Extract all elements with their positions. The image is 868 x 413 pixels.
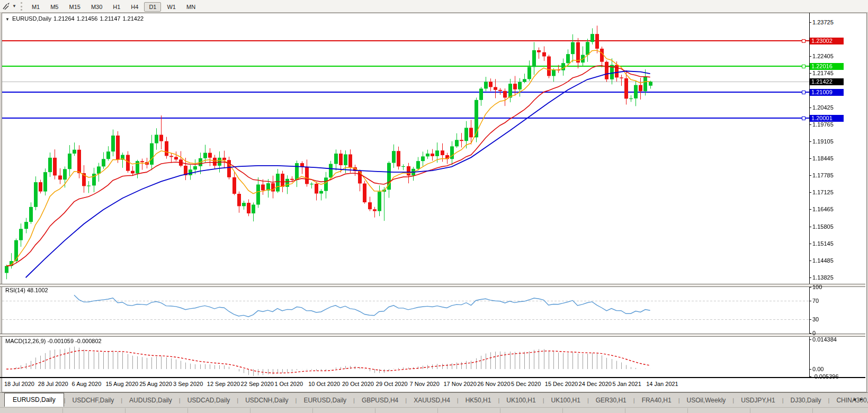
strip-tick: [125, 408, 126, 413]
price-level-badge: 1.21422: [810, 78, 844, 85]
strip-tick: [812, 408, 813, 413]
price-tick-label: 1.15145: [812, 240, 834, 247]
axis-tick-mark: [809, 301, 811, 301]
axis-tick-mark: [809, 175, 811, 176]
macd-label: MACD(12,26,9) -0.001059 -0.000802: [5, 338, 102, 344]
timeframe-toolbar: ▼ M1M5M15M30H1H4D1W1MN: [0, 0, 868, 13]
strip-tick: [187, 408, 188, 413]
axis-tick-mark: [809, 319, 811, 320]
timeframe-button-mn[interactable]: MN: [182, 2, 200, 12]
axis-tick-mark: [809, 261, 811, 261]
scroll-right-icon[interactable]: ▸: [858, 395, 865, 403]
axis-tick-mark: [809, 141, 811, 142]
date-tick-label: 15 Aug 2020: [105, 381, 138, 387]
macd-tick-label: 0.014384: [812, 336, 837, 343]
chart-tab-audusd-daily[interactable]: AUDUSD,Daily: [122, 394, 179, 407]
price-tick-label: 1.13825: [812, 274, 834, 281]
symbol-period-label: EURUSD,Daily: [12, 15, 51, 22]
rsi-label: RSI(14) 48.1002: [5, 287, 48, 293]
date-tick-label: 1 Oct 2020: [274, 381, 303, 387]
tab-scroll-arrows: ◂▸: [851, 396, 865, 402]
strip-tick: [750, 408, 750, 413]
macd-tick-label: 0.00: [812, 366, 824, 372]
axis-tick-mark: [809, 369, 811, 370]
timeframe-button-h1[interactable]: H1: [108, 2, 125, 12]
axis-tick-mark: [809, 56, 811, 57]
chart-canvas[interactable]: [2, 13, 809, 378]
date-tick-label: 3 Sep 2020: [173, 381, 203, 387]
chart-tab-usdjpy-h1[interactable]: USDJPY,H1: [734, 394, 782, 407]
chart-tab-eurusd-daily[interactable]: EURUSD,Daily: [4, 393, 64, 407]
chart-tab-ger30-h1[interactable]: GER30,H1: [589, 394, 633, 407]
price-tick-label: 1.22405: [812, 53, 834, 59]
chart-tab-xauusd-h4[interactable]: XAUUSD,H4: [407, 394, 457, 407]
rsi-macd-splitter[interactable]: [0, 334, 865, 337]
rsi-tick-label: 100: [812, 284, 822, 290]
open-value: 1.21264: [53, 15, 75, 22]
price-tick-label: 1.17125: [812, 189, 834, 195]
chart-tab-uk100-h1[interactable]: UK100,H1: [499, 394, 542, 407]
chevron-down-icon[interactable]: ▼: [5, 17, 10, 22]
date-tick-label: 14 Jan 2021: [646, 381, 678, 387]
timeframe-button-w1[interactable]: W1: [162, 2, 181, 12]
rsi-tick-label: 0: [812, 330, 816, 336]
price-level-badge: 1.23002: [810, 38, 844, 44]
timeframe-button-h4[interactable]: H4: [126, 2, 143, 12]
date-tick-label: 5 Dec 2020: [511, 381, 541, 387]
price-tick-label: 1.20425: [812, 104, 834, 111]
axis-tick-mark: [809, 244, 811, 244]
axis-tick-mark: [809, 209, 811, 210]
chevron-down-icon[interactable]: ▼: [12, 4, 16, 8]
date-tick-label: 24 Dec 2020: [579, 381, 612, 387]
axis-tick-mark: [809, 333, 811, 334]
date-tick-label: 7 Nov 2020: [410, 381, 440, 387]
axis-tick-mark: [809, 376, 811, 377]
chart-tab-bar: EURUSD,Daily|USDCHF,Daily|AUDUSD,Daily|U…: [0, 392, 868, 413]
axis-tick-mark: [809, 287, 811, 288]
strip-tick: [687, 408, 688, 413]
chart-tab-usdcnh-daily[interactable]: USDCNH,Daily: [238, 394, 295, 407]
price-level-badge: 1.21009: [810, 89, 844, 96]
strip-tick: [250, 408, 250, 413]
chart-tab-usoil-weekly[interactable]: USOil,Weekly: [680, 394, 733, 407]
tab-scroll-strip[interactable]: [0, 407, 868, 413]
strip-tick: [625, 408, 625, 413]
toolbar-grip-handle[interactable]: [21, 2, 22, 11]
chart-tab-dj30-daily[interactable]: DJ30,Daily: [784, 394, 828, 407]
chart-tab-eurusd-daily[interactable]: EURUSD,Daily: [297, 394, 353, 407]
axis-tick-mark: [809, 227, 811, 227]
main-rsi-splitter[interactable]: [0, 284, 865, 287]
strip-tick: [312, 408, 313, 413]
timeframe-button-m1[interactable]: M1: [27, 2, 44, 12]
timeframe-button-m30[interactable]: M30: [86, 2, 107, 12]
timeframe-button-m15[interactable]: M15: [64, 2, 85, 12]
timeframe-button-m5[interactable]: M5: [46, 2, 63, 12]
strip-tick: [375, 408, 375, 413]
date-tick-label: 6 Aug 2020: [72, 381, 102, 387]
axis-tick-mark: [809, 192, 811, 193]
chart-tab-fra40-h1[interactable]: FRA40,H1: [635, 394, 678, 407]
date-tick-label: 15 Dec 2020: [545, 381, 578, 387]
strip-tick: [500, 408, 500, 413]
price-tick-label: 1.18445: [812, 155, 834, 161]
price-tick-label: 1.16465: [812, 206, 834, 212]
chart-tab-usdchf-daily[interactable]: USDCHF,Daily: [66, 394, 121, 407]
date-tick-label: 17 Nov 2020: [443, 381, 476, 387]
date-tick-label: 18 Jul 2020: [4, 381, 34, 387]
strip-tick: [562, 408, 563, 413]
timeframe-button-d1[interactable]: D1: [144, 2, 161, 12]
chart-tab-gbpusd-h4[interactable]: GBPUSD,H4: [355, 394, 405, 407]
date-tick-label: 25 Aug 2020: [139, 381, 172, 387]
chart-tab-uk100-h1[interactable]: UK100,H1: [544, 394, 587, 407]
strip-tick: [62, 408, 63, 413]
price-tick-label: 1.19765: [812, 121, 834, 128]
date-tick-label: 22 Sep 2020: [241, 381, 274, 387]
chart-tab-hk50-h1[interactable]: HK50,H1: [459, 394, 498, 407]
chart-tab-usdcad-daily[interactable]: USDCAD,Daily: [181, 394, 237, 407]
high-value: 1.21456: [77, 15, 98, 22]
chart-ohlc-header: ▼EURUSD,Daily1.212641.214561.211471.2142…: [5, 15, 146, 22]
scroll-left-icon[interactable]: ◂: [851, 395, 858, 403]
crosshair-cursor-icon[interactable]: [1, 2, 12, 11]
date-tick-label: 10 Oct 2020: [308, 381, 340, 387]
date-tick-label: 5 Jan 2021: [612, 381, 641, 387]
